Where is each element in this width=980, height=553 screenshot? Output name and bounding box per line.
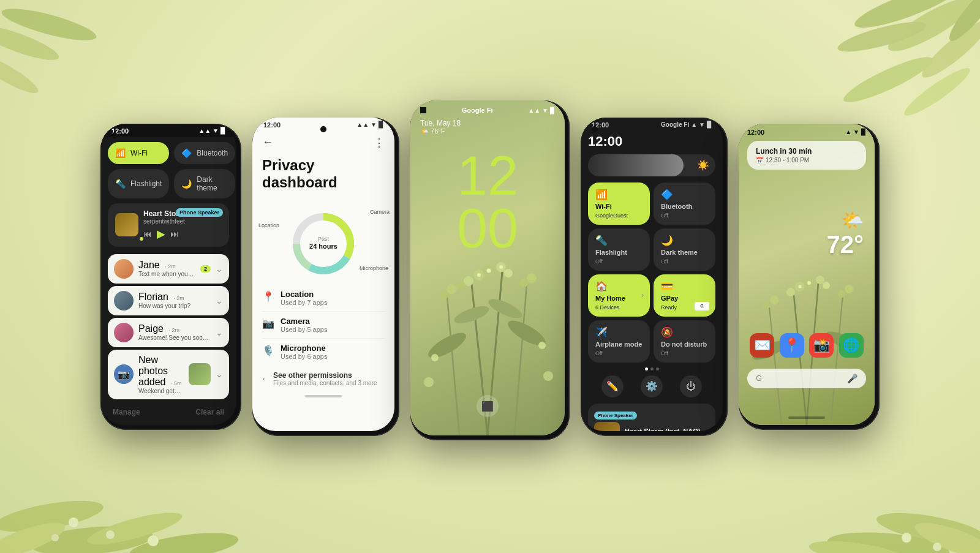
paige-expand[interactable]: ⌄ [216,328,223,337]
see-other-permissions[interactable]: ⌄ See other permissions Files and media,… [252,367,394,390]
privacy-camera-sub: Used by 5 apps [281,326,327,333]
myhome-arrow-icon: › [641,291,644,299]
wifi-tile[interactable]: 📶 Wi-Fi [108,142,169,164]
camera-hole-phone3 [420,107,426,113]
photos-content: New photos added · 5m Weekend getaway [138,355,184,394]
battery-icon: ▉ [221,127,225,134]
svg-point-46 [456,281,465,290]
brightness-icon: ☀️ [697,159,709,171]
home-indicator-phone2 [305,395,342,397]
darktheme-tile[interactable]: 🌙 Dark theme [174,169,235,198]
media-play-phone1[interactable]: ▶ [157,227,165,241]
florian-expand[interactable]: ⌄ [216,296,223,306]
flashlight-tile-icon: 🔦 [115,179,126,189]
brightness-slider[interactable]: ☀️ [588,154,715,176]
florian-content: Florian · 2m How was your trip? [138,292,211,309]
bluetooth-tile[interactable]: 🔷 Bluetooth [174,142,235,164]
chrome-icon[interactable]: 🌐 [839,333,864,358]
carrier-p4: Google Fi [661,121,689,128]
privacy-microphone[interactable]: 🎙️ Microphone Used by 6 apps [262,339,385,365]
notif-paige[interactable]: Paige · 2m Awesome! See you soon :0 ⌄ [108,318,229,347]
jane-msg: Text me when you get here! [138,271,195,277]
photos-expand[interactable]: ⌄ [216,369,223,379]
qs-darktheme-tile[interactable]: 🌙 Dark theme Off [654,228,715,271]
phone4-icons: Google Fi ▲ ▼ ▉ [661,121,712,128]
battery-home: ▉ [861,129,866,135]
jane-expand[interactable]: ⌄ [216,264,223,274]
calendar-widget[interactable]: Lunch in 30 min 📅 12:30 - 1:00 PM [747,141,866,170]
clear-all-button[interactable]: Clear all [190,405,229,419]
camera-label: Camera [370,209,390,215]
qs-bluetooth-tile[interactable]: 🔷 Bluetooth Off [654,182,715,225]
qs-wifi-sub: GoogleGuest [595,213,643,219]
manage-button[interactable]: Manage [108,405,145,419]
phone1-status-icons: ▲▲ ▼ ▉ [198,127,225,134]
qs-flashlight-tile[interactable]: 🔦 Flashlight Off [588,228,650,271]
signal-home: ▲ [845,129,851,135]
privacy-header: ← ⋮ [252,131,394,154]
qs-power-button[interactable]: ⏻ [680,375,702,397]
qs-settings-button[interactable]: ⚙️ [641,375,663,397]
svg-point-50 [538,342,546,349]
notif-florian[interactable]: Florian · 2m How was your trip? ⌄ [108,286,229,315]
search-google-text: G [756,374,762,383]
paige-avatar [114,323,134,342]
maps-icon[interactable]: 📍 [780,333,804,358]
phones-container: 12:00 ▲▲ ▼ ▉ 📶 Wi-Fi 🔷 Bluetooth � [0,0,980,553]
svg-point-38 [486,295,525,322]
jane-content: Jane · 2m Text me when you get here! [138,260,195,277]
flashlight-tile[interactable]: 🔦 Flashlight [108,169,169,198]
quick-tiles: 📶 Wi-Fi 🔷 Bluetooth 🔦 Flashlight 🌙 Dark … [100,137,236,203]
google-search-bar[interactable]: G 🎤 [747,369,866,388]
qs-dot-3 [656,367,659,371]
phone4-screen: 12:00 Google Fi ▲ ▼ ▉ 12:00 ☀️ [581,118,723,431]
wifi-p4: ▼ [699,121,705,128]
svg-text:Past: Past [318,236,330,242]
media-next-phone1[interactable]: ⏭ [170,229,179,239]
qs-darktheme-sub: Off [661,258,708,265]
qs-flashlight-icon: 🔦 [595,235,643,246]
qs-wifi-tile[interactable]: 📶 Wi-Fi GoogleGuest [588,182,650,225]
qs-gpay-tile[interactable]: 💳 GPay Ready G [654,274,715,317]
back-button[interactable]: ← [262,136,273,149]
notif-photos[interactable]: 📷 New photos added · 5m Weekend getaway … [108,350,229,399]
weather-widget: 🌤️ 72° [827,209,864,258]
photos-icon-home[interactable]: 📸 [809,333,834,358]
lock-temp: 🌤️ 76°F [420,127,555,135]
qs-myhome-tile[interactable]: 🏠 My Home 6 Devices › [588,274,650,317]
phone1-screen: 12:00 ▲▲ ▼ ▉ 📶 Wi-Fi 🔷 Bluetooth � [100,124,236,425]
recent-apps-button[interactable]: ⬛ [477,395,499,417]
notif-jane[interactable]: Jane · 2m Text me when you get here! 2 ⌄ [108,254,229,284]
mic-icon-home[interactable]: 🎤 [847,374,858,383]
lock-time-bottom: 00 [410,203,565,255]
privacy-list: 📍 Location Used by 7 apps 📷 Camera Used … [252,282,394,367]
bluetooth-tile-label: Bluetooth [197,149,228,157]
app-icons-row: ✉️ 📍 📸 🌐 [739,333,875,358]
wifi-status-icon: ▼ [213,127,219,134]
more-button[interactable]: ⋮ [374,136,385,149]
wifi-tile-icon: 📶 [115,148,126,158]
lock-bottom-nav: ⬛ [410,395,565,417]
wifi-home: ▼ [853,129,859,135]
qs-airplane-tile[interactable]: ✈️ Airplane mode Off [588,320,650,363]
svg-point-55 [499,265,503,269]
qs-myhome-icon: 🏠 [595,280,643,292]
qs-dnd-tile[interactable]: 🔕 Do not disturb Off [654,320,715,363]
lock-carrier: Google Fi [462,107,493,114]
battery-p4: ▉ [707,121,712,128]
see-other-content: See other permissions Files and media, c… [273,371,377,386]
lockscreen-status: Google Fi ▲▲ ▼ ▉ [410,100,565,116]
gmail-icon[interactable]: ✉️ [750,333,774,358]
privacy-camera-title: Camera [281,317,327,326]
wifi-lock: ▼ [542,107,548,114]
qs-edit-button[interactable]: ✏️ [601,375,624,397]
lock-temp-text: 76°F [431,127,445,135]
phone-quicksettings: 12:00 Google Fi ▲ ▼ ▉ 12:00 ☀️ [581,118,728,436]
privacy-camera[interactable]: 📷 Camera Used by 5 apps [262,312,385,339]
media-prev-phone1[interactable]: ⏮ [143,229,152,239]
privacy-location[interactable]: 📍 Location Used by 7 apps [262,285,385,312]
qs-dnd-title: Do not disturb [661,340,708,348]
qs-bluetooth-title: Bluetooth [661,203,708,210]
photos-name-text: New photos added [138,355,168,387]
homescreen-status: 12:00 ▲ ▼ ▉ [739,124,875,137]
